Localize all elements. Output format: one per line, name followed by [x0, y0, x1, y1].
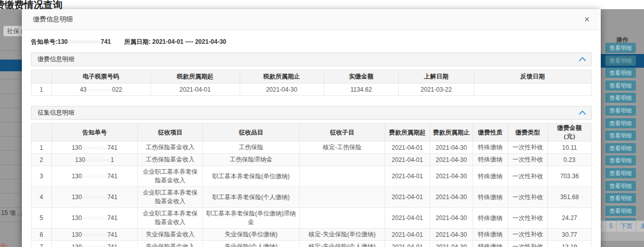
payment-nature-cell: 特殊缴纳 [473, 166, 508, 187]
fee-period-start-cell: 2021-04-01 [385, 208, 430, 229]
view-detail-button[interactable]: 查看明细 [605, 105, 636, 116]
levy-subitem-cell: 核定-失业保险(单位缴纳) [300, 229, 385, 241]
levy-subitem-cell [300, 187, 385, 208]
payment-amount-cell: 10.11 [548, 142, 592, 154]
payment-type-cell: 一次性补收 [508, 229, 547, 241]
payment-type-cell: 一次性补收 [508, 241, 547, 247]
row-index: 3 [32, 166, 52, 187]
view-detail-button[interactable]: 查看明细 [605, 93, 636, 103]
view-detail-button[interactable]: 查看明细 [605, 143, 636, 153]
view-detail-button[interactable]: 查看明细 [605, 168, 636, 178]
period-text: 所属日期: 2021-04-01 ---- 2021-04-30 [124, 38, 226, 45]
notice-number-suffix: 741 [107, 243, 118, 247]
remit-date-cell: 2021-03-22 [399, 84, 474, 96]
notice-summary-line: 告知单号:130·············741所属日期: 2021-04-01… [31, 38, 592, 46]
column-header [32, 70, 52, 84]
view-detail-button[interactable]: 查看明细 [605, 118, 636, 128]
notice-number-suffix: 1 [111, 156, 114, 163]
levy-category-cell: 工伤保险 [202, 142, 299, 154]
column-header: 告知单号 [51, 124, 138, 142]
levy-category-cell: 工伤保险滞纳金 [202, 154, 299, 166]
view-detail-button[interactable]: 查看明细 [605, 43, 636, 53]
notice-number-redacted: ·········· [85, 156, 111, 163]
pagination-item[interactable]: 下页 [617, 221, 636, 232]
notice-number: 130··········741 [51, 229, 138, 241]
table-row: 3130··········741企业职工基本养老保险基金收入职工基本养老保险(… [32, 166, 592, 187]
view-detail-button[interactable]: 查看明细 [605, 193, 636, 203]
pagination-footer-strip [601, 232, 644, 241]
chevron-up-icon[interactable] [579, 57, 586, 64]
notice-number-prefix: 130 [72, 214, 82, 222]
view-detail-button[interactable]: 查看明细 [605, 155, 636, 166]
payment-nature-cell: 特殊缴纳 [473, 154, 508, 166]
fee-period-end-cell: 2021-04-30 [430, 166, 473, 187]
column-header: 费款所属期止 [430, 124, 473, 142]
view-detail-button[interactable]: 查看明细 [605, 130, 636, 141]
collection-panel-title: 征集信息明细 [38, 108, 74, 117]
levy-category-cell: 职工基本养老保险(单位缴纳)滞纳金 [202, 208, 299, 229]
paid-amount-cell: 1134.62 [324, 84, 399, 96]
pagination-item[interactable]: 5 [606, 221, 617, 232]
fee-period-start-cell: 2021-04-01 [385, 241, 430, 247]
modal-title: 缴费信息明细 [33, 15, 73, 24]
column-header: 税款所属期起 [151, 70, 240, 84]
column-header: 税款所属期止 [240, 70, 324, 84]
payment-table: 电子税票号码税款所属期起税款所属期止实缴金额上解日期反馈日期 143······… [31, 70, 592, 96]
fee-period-end-cell: 2021-04-30 [430, 241, 473, 247]
column-header: 反馈日期 [474, 70, 591, 84]
payment-nature-cell: 特殊缴纳 [473, 229, 508, 241]
payment-nature-cell: 特殊缴纳 [473, 208, 508, 229]
notice-number-prefix: 130 [72, 231, 82, 238]
column-header: 缴费金额（元） [548, 124, 592, 142]
table-row: 1130··········741工伤保险基金收入工伤保险核定-工伤保险2021… [32, 142, 592, 154]
collection-panel-header: 征集信息明细 [31, 106, 592, 120]
notice-number: 130··········741 [51, 166, 138, 187]
fee-period-start-cell: 2021-04-01 [385, 142, 430, 154]
notice-number-suffix: 741 [107, 173, 118, 180]
payment-amount-cell: 24.27 [548, 208, 592, 229]
row-index: 4 [32, 187, 52, 208]
chevron-up-icon[interactable] [579, 110, 586, 117]
levy-item-cell: 失业保险基金收入 [138, 229, 203, 241]
fee-period-end-cell: 2021-04-30 [430, 229, 473, 241]
fee-period-end-cell: 2021-04-30 [430, 187, 473, 208]
column-header: 上解日期 [399, 70, 474, 84]
view-detail-button[interactable]: 查看明细 [605, 56, 636, 66]
pagination-item[interactable]: 末页 [636, 221, 644, 232]
collection-table-header-row: 告知单号征收项目征收品目征收子目费款所属期起费款所属期止缴费性质缴费类型缴费金额… [32, 124, 592, 142]
payment-type-cell: 一次性补收 [508, 154, 547, 166]
payment-nature-cell: 特殊缴纳 [473, 187, 508, 208]
column-header: 缴费性质 [473, 124, 508, 142]
payment-amount-cell: 30.77 [548, 229, 592, 241]
period-start-cell: 2021-04-01 [151, 84, 240, 96]
modal-body: 告知单号:130·············741所属日期: 2021-04-01… [22, 38, 601, 247]
payment-nature-cell: 特殊缴纳 [473, 142, 508, 154]
collection-table: 告知单号征收项目征收品目征收子目费款所属期起费款所属期止缴费性质缴费类型缴费金额… [31, 123, 592, 247]
notice-number-suffix: 741 [107, 231, 118, 238]
view-detail-button[interactable]: 查看明细 [605, 68, 636, 78]
payment-detail-modal: 缴费信息明细 × 告知单号:130·············741所属日期: 2… [22, 9, 601, 247]
fee-period-end-cell: 2021-04-30 [430, 154, 473, 166]
notice-number-prefix: 130 [75, 156, 85, 163]
notice-number-prefix: 130 [72, 194, 82, 201]
payment-amount-cell: 0.23 [548, 154, 592, 166]
row-index: 1 [32, 84, 52, 96]
table-row: 4130··········741企业职工基本养老保险基金收入职工基本养老保险(… [32, 187, 592, 208]
e-tax-ticket-number-suffix: 022 [112, 86, 122, 93]
view-detail-button[interactable]: 查看明细 [605, 181, 636, 191]
view-detail-button[interactable]: 查看明细 [605, 206, 636, 216]
levy-item-cell: 工伤保险基金收入 [138, 154, 203, 166]
column-header: 征收品目 [202, 124, 299, 142]
close-icon[interactable]: × [584, 15, 590, 24]
background-selected-row [0, 60, 22, 71]
notice-number: 130··········1 [51, 154, 138, 166]
fee-period-end-cell: 2021-04-30 [430, 208, 473, 229]
notice-number-redacted: ·········· [82, 144, 107, 151]
column-header: 征收子目 [300, 124, 385, 142]
background-operation-column: 操作 查看明细查看明细查看明细查看明细查看明细查看明细查看明细查看明细查看明细查… [601, 9, 644, 247]
fee-period-end-cell: 2021-04-30 [430, 142, 473, 154]
notice-number: 130··········741 [51, 208, 138, 229]
column-header: 费款所属期起 [385, 124, 430, 142]
view-detail-button[interactable]: 查看明细 [605, 80, 636, 91]
e-tax-ticket-number-redacted: ·········· [86, 86, 112, 93]
